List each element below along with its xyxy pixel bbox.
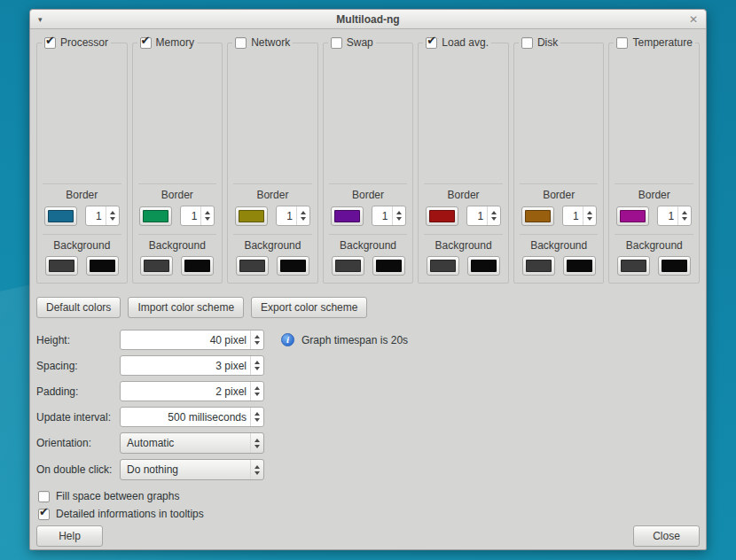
graph-title: Load avg. [442, 36, 489, 49]
spinbox-arrows[interactable] [296, 206, 309, 225]
border-color-button[interactable] [139, 206, 172, 226]
border-width-spinbox[interactable]: 1 [180, 206, 215, 226]
settings-field[interactable]: Automatic [120, 432, 264, 454]
background-color2-button[interactable] [372, 256, 405, 276]
spin-down-icon[interactable] [254, 367, 260, 370]
border-width-value: 1 [563, 210, 583, 222]
background-row [42, 256, 122, 276]
border-color-button[interactable] [521, 206, 554, 226]
spin-up-icon[interactable] [254, 412, 260, 416]
background-color1-swatch [49, 260, 74, 272]
spin-up-icon[interactable] [205, 211, 210, 214]
spin-up-icon[interactable] [254, 465, 260, 469]
spin-down-icon[interactable] [254, 393, 260, 396]
window-close-icon[interactable]: ✕ [685, 13, 698, 26]
field-arrows[interactable] [250, 356, 263, 375]
spin-down-icon[interactable] [254, 445, 260, 448]
import-color-scheme-button[interactable]: Import color scheme [128, 297, 244, 318]
spinbox-arrows[interactable] [106, 206, 119, 225]
graph-enable-checkbox[interactable] [426, 37, 437, 49]
background-color2-button[interactable] [467, 256, 500, 276]
field-arrows[interactable] [250, 408, 263, 426]
spin-down-icon[interactable] [110, 217, 115, 221]
background-color2-button[interactable] [658, 256, 691, 276]
border-color-button[interactable] [426, 206, 458, 226]
spin-up-icon[interactable] [110, 211, 115, 214]
border-color-button[interactable] [235, 206, 268, 226]
field-arrows[interactable] [250, 331, 263, 349]
background-color1-button[interactable] [522, 256, 555, 276]
spin-up-icon[interactable] [254, 386, 260, 390]
graph-enable-checkbox[interactable] [140, 37, 152, 49]
background-color1-button[interactable] [140, 256, 173, 276]
spin-up-icon[interactable] [301, 211, 306, 214]
border-width-spinbox[interactable]: 1 [276, 206, 310, 226]
background-color1-button[interactable] [332, 256, 364, 276]
background-row [519, 256, 599, 276]
spin-down-icon[interactable] [254, 341, 260, 345]
border-width-spinbox[interactable]: 1 [562, 206, 597, 226]
help-button[interactable]: Help [36, 525, 103, 547]
spinbox-arrows[interactable] [392, 206, 405, 225]
window-menu-icon[interactable]: ▾ [38, 15, 51, 24]
background-color1-button[interactable] [617, 256, 650, 276]
spin-up-icon[interactable] [682, 211, 687, 214]
field-arrows[interactable] [250, 460, 263, 479]
option-checkbox[interactable] [38, 491, 50, 502]
background-color1-swatch [430, 260, 456, 272]
border-color-button[interactable] [331, 206, 364, 226]
default-colors-button[interactable]: Default colors [36, 297, 121, 318]
export-color-scheme-button[interactable]: Export color scheme [251, 297, 367, 318]
spin-down-icon[interactable] [491, 217, 497, 221]
border-width-spinbox[interactable]: 1 [372, 206, 406, 226]
spin-down-icon[interactable] [254, 471, 260, 475]
spin-up-icon[interactable] [587, 211, 592, 214]
spinbox-arrows[interactable] [583, 206, 596, 225]
background-color2-button[interactable] [86, 256, 119, 276]
option-row[interactable]: Detailed informations in tooltips [36, 508, 700, 520]
background-color1-button[interactable] [236, 256, 269, 276]
background-color1-button[interactable] [427, 256, 459, 276]
border-width-spinbox[interactable]: 1 [657, 206, 692, 226]
spin-down-icon[interactable] [396, 217, 402, 221]
background-color2-button[interactable] [181, 256, 214, 276]
border-color-button[interactable] [616, 206, 649, 226]
titlebar[interactable]: ▾ Multiload-ng ✕ [30, 10, 706, 29]
background-color2-button[interactable] [277, 256, 309, 276]
spin-down-icon[interactable] [254, 418, 260, 422]
graph-title: Disk [537, 36, 558, 49]
border-width-spinbox[interactable]: 1 [466, 206, 501, 226]
settings-field[interactable]: 40 pixel [120, 330, 264, 350]
option-checkbox[interactable] [38, 509, 50, 520]
spinbox-arrows[interactable] [487, 206, 500, 225]
background-color2-button[interactable] [563, 256, 596, 276]
spinbox-arrows[interactable] [200, 206, 214, 225]
spin-up-icon[interactable] [396, 211, 402, 214]
graph-enable-checkbox[interactable] [331, 37, 342, 49]
settings-field[interactable]: 3 pixel [120, 355, 264, 376]
spin-down-icon[interactable] [682, 217, 687, 221]
separator [615, 234, 693, 235]
option-row[interactable]: Fill space between graphs [36, 490, 700, 502]
graph-enable-checkbox[interactable] [235, 37, 247, 49]
border-width-spinbox[interactable]: 1 [85, 206, 120, 226]
settings-field[interactable]: 2 pixel [120, 381, 264, 401]
spin-up-icon[interactable] [254, 439, 260, 442]
close-button[interactable]: Close [633, 525, 700, 547]
graph-enable-checkbox[interactable] [44, 37, 56, 49]
field-arrows[interactable] [250, 433, 263, 453]
spin-up-icon[interactable] [254, 335, 260, 338]
border-color-button[interactable] [44, 206, 77, 226]
graph-enable-checkbox[interactable] [616, 37, 628, 49]
settings-field[interactable]: 500 milliseconds [120, 407, 264, 427]
spin-up-icon[interactable] [254, 361, 260, 364]
settings-field[interactable]: Do nothing [120, 459, 264, 480]
background-color1-button[interactable] [45, 256, 78, 276]
spin-down-icon[interactable] [301, 217, 306, 221]
spin-down-icon[interactable] [587, 217, 592, 221]
spin-down-icon[interactable] [205, 217, 210, 221]
graph-enable-checkbox[interactable] [521, 37, 533, 49]
spin-up-icon[interactable] [491, 211, 497, 214]
field-arrows[interactable] [250, 382, 263, 401]
spinbox-arrows[interactable] [677, 206, 691, 225]
